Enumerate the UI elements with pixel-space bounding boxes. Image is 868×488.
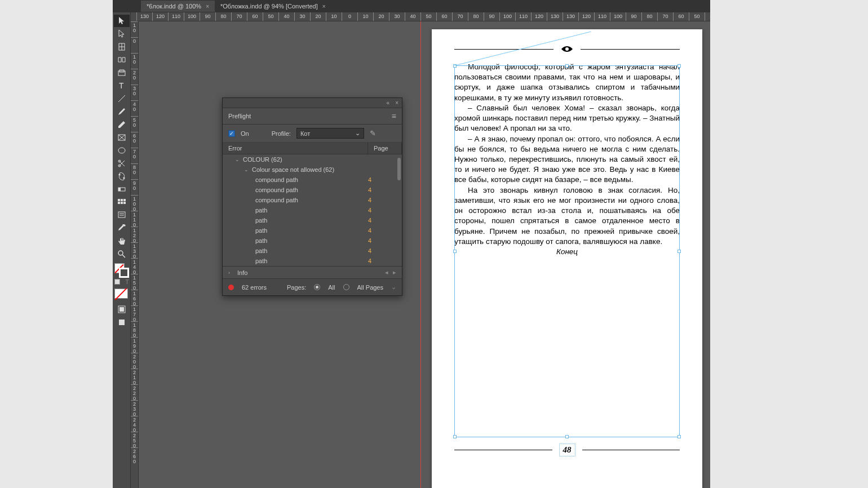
paragraph: Молодой философ, который с жаром энтузиа… xyxy=(454,62,680,103)
close-icon[interactable]: × xyxy=(206,3,209,10)
chevron-down-icon[interactable]: ⌄ xyxy=(235,157,241,162)
error-item-row[interactable]: compound path4 xyxy=(223,185,402,195)
chevron-right-icon[interactable]: › xyxy=(228,270,234,276)
close-icon[interactable]: × xyxy=(322,3,326,10)
pages-range-radio[interactable] xyxy=(343,284,349,290)
rectangle-frame-tool[interactable] xyxy=(114,131,130,144)
chevron-down-icon[interactable]: ⌄ xyxy=(244,167,250,172)
error-item-row[interactable]: compound path4 xyxy=(223,195,402,205)
ruler-tick: 200 xyxy=(131,353,138,369)
ruler-tick: 40 xyxy=(278,12,294,21)
view-mode-preview[interactable] xyxy=(114,316,130,329)
type-tool[interactable]: T xyxy=(114,79,130,92)
ruler-tick: 160 xyxy=(131,290,138,305)
error-item-row[interactable]: path4 xyxy=(223,236,402,246)
error-item-row[interactable]: path4 xyxy=(223,246,402,256)
error-item-page[interactable]: 4 xyxy=(368,227,396,234)
ruler-tick: 50 xyxy=(263,12,278,21)
prev-icon[interactable]: ◂ xyxy=(385,269,388,276)
note-tool[interactable] xyxy=(114,209,130,221)
error-group-row[interactable]: ⌄Colour space not allowed (62) xyxy=(223,165,402,175)
panel-header-controls[interactable]: « × xyxy=(223,98,402,108)
error-item-page[interactable]: 4 xyxy=(368,237,396,244)
page-spread[interactable]: Молодой философ, который с жаром энтузиа… xyxy=(432,29,702,488)
direct-selection-tool[interactable] xyxy=(114,28,130,40)
gradient-swatch-tool[interactable] xyxy=(114,183,130,196)
error-item-row[interactable]: path4 xyxy=(223,215,402,225)
preflight-panel[interactable]: « × Preflight ≡ ✓ On Profile: Кот ⌄ ✎ Er… xyxy=(222,97,402,296)
pen-tool[interactable] xyxy=(114,105,130,118)
apply-color-indicator[interactable] xyxy=(114,289,129,300)
error-item-row[interactable]: compound path4 xyxy=(223,175,402,185)
eye-icon xyxy=(560,45,574,53)
rectangle-tool[interactable] xyxy=(114,144,130,157)
ruler-tick: 80 xyxy=(468,12,484,21)
selection-tool[interactable] xyxy=(114,15,130,27)
close-icon[interactable]: × xyxy=(395,100,398,106)
svg-rect-14 xyxy=(121,199,123,201)
collapse-icon[interactable]: « xyxy=(387,100,390,106)
next-icon[interactable]: ▸ xyxy=(393,269,396,276)
panel-menu-icon[interactable]: ≡ xyxy=(392,112,396,121)
info-nav: ◂ ▸ xyxy=(385,269,396,276)
error-item-label: path xyxy=(255,217,267,224)
ruler-tick: 80 xyxy=(641,12,657,21)
ruler-tick: 220 xyxy=(131,384,138,400)
error-item-page[interactable]: 4 xyxy=(368,207,396,214)
page-number[interactable]: 48 xyxy=(559,443,575,456)
on-checkbox[interactable]: ✓ xyxy=(228,130,235,137)
pages-all-radio[interactable] xyxy=(314,284,320,290)
error-item-page[interactable]: 4 xyxy=(368,217,396,224)
format-container-text-toggle[interactable]: T xyxy=(114,279,129,285)
status-indicator-icon xyxy=(228,285,234,290)
free-transform-tool[interactable] xyxy=(114,170,130,183)
error-item-page[interactable]: 4 xyxy=(368,187,396,193)
eyedropper-tool[interactable] xyxy=(114,222,130,234)
stroke-swatch[interactable] xyxy=(119,268,129,278)
error-group-row[interactable]: ⌄COLOUR (62) xyxy=(223,154,402,165)
apply-none-swatch[interactable] xyxy=(114,289,128,299)
gradient-feather-tool[interactable] xyxy=(114,196,130,208)
column-header-page[interactable]: Page xyxy=(368,143,402,154)
info-section-row[interactable]: › Info ◂ ▸ xyxy=(223,266,402,278)
ruler-tick: 40 xyxy=(405,12,420,21)
vertical-ruler[interactable]: 1001020304050607080901001101201301401501… xyxy=(131,21,139,488)
page-tool[interactable] xyxy=(114,41,130,53)
svg-rect-19 xyxy=(118,212,125,218)
scrollbar-thumb[interactable] xyxy=(397,158,401,180)
embed-profile-icon[interactable]: ✎ xyxy=(370,129,376,137)
error-item-label: compound path xyxy=(255,187,298,193)
view-mode-normal[interactable] xyxy=(114,303,130,316)
hand-tool[interactable] xyxy=(114,235,130,247)
fill-stroke-indicator[interactable] xyxy=(114,263,129,278)
error-item-page[interactable]: 4 xyxy=(368,247,396,254)
error-item-page[interactable]: 4 xyxy=(368,176,396,183)
column-header-error[interactable]: Error xyxy=(223,143,368,154)
chevron-down-icon[interactable]: ⌄ xyxy=(391,283,396,291)
page-text-frame[interactable]: Молодой философ, который с жаром энтузиа… xyxy=(454,62,680,257)
pencil-tool[interactable] xyxy=(114,118,130,131)
gap-tool[interactable] xyxy=(114,54,130,66)
error-item-page[interactable]: 4 xyxy=(368,197,396,203)
panel-title: Preflight xyxy=(228,113,251,119)
ruler-tick: 100 xyxy=(184,12,200,21)
panel-title-bar[interactable]: Preflight ≡ xyxy=(223,108,402,125)
profile-dropdown[interactable]: Кот ⌄ xyxy=(296,128,364,139)
content-collector-tool[interactable] xyxy=(114,66,130,79)
error-item-row[interactable]: path4 xyxy=(223,256,402,266)
horizontal-ruler[interactable]: 1301201101009080706050403020100102030405… xyxy=(136,12,710,21)
line-tool[interactable] xyxy=(114,92,130,105)
error-list[interactable]: ⌄COLOUR (62) ⌄Colour space not allowed (… xyxy=(223,154,402,266)
document-tab[interactable]: *6лок.indd @ 100% × xyxy=(141,1,215,12)
profile-label: Profile: xyxy=(272,130,291,137)
svg-text:T: T xyxy=(119,81,124,90)
document-tab[interactable]: *Обложка.indd @ 94% [Converted] × xyxy=(215,1,331,12)
ruler-tick: 190 xyxy=(131,337,138,353)
zoom-tool[interactable] xyxy=(114,248,130,260)
error-item-row[interactable]: path4 xyxy=(223,225,402,236)
document-canvas[interactable]: Молодой философ, который с жаром энтузиа… xyxy=(139,21,710,488)
svg-point-8 xyxy=(118,148,125,153)
error-item-row[interactable]: path4 xyxy=(223,205,402,215)
scissors-tool[interactable] xyxy=(114,157,130,170)
error-item-page[interactable]: 4 xyxy=(368,258,396,264)
